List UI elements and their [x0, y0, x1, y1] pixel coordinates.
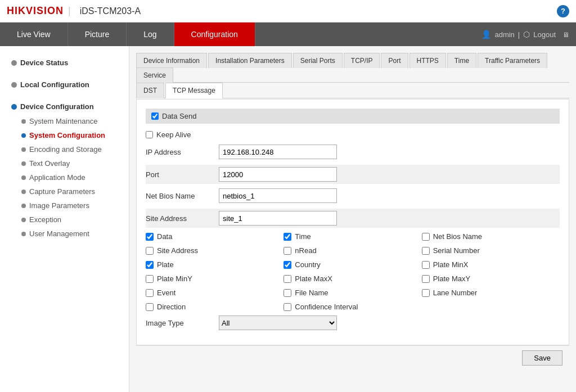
sidebar-label-local-config: Local Configuration [20, 80, 89, 89]
sidebar-label-device-config: Device Configuration [20, 102, 94, 111]
checkbox-country-label[interactable]: Country [295, 260, 321, 269]
checkbox-net-bios-name-label[interactable]: Net Bios Name [433, 232, 482, 241]
sidebar-item-user-management[interactable]: User Management [7, 227, 122, 241]
checkbox-plate-miny-input[interactable] [146, 275, 154, 283]
site-address-input[interactable] [219, 211, 337, 226]
label-text-overlay: Text Overlay [29, 159, 70, 168]
user-icon [482, 30, 491, 39]
sidebar-item-image-parameters[interactable]: Image Parameters [7, 199, 122, 213]
nav-log[interactable]: Log [127, 22, 174, 46]
nav-live-view[interactable]: Live View [0, 22, 68, 46]
checkbox-serial-number-label[interactable]: Serial Number [433, 246, 480, 255]
tab-tcp-message[interactable]: TCP Message [165, 83, 223, 98]
checkbox-confidence-interval-label[interactable]: Confidence Interval [295, 303, 358, 311]
net-bios-name-label: Net Bios Name [146, 192, 219, 200]
tab-traffic-parameters[interactable]: Traffic Parameters [478, 53, 547, 68]
sidebar-item-system-configuration[interactable]: System Configuration [7, 128, 122, 142]
checkbox-country-input[interactable] [284, 261, 291, 269]
checkbox-time-input[interactable] [284, 233, 291, 241]
checkbox-plate-maxx: Plate MaxX [284, 274, 421, 283]
tabs-row2: DST TCP Message [136, 83, 569, 98]
checkbox-event-input[interactable] [146, 289, 154, 297]
dot-system-configuration [21, 133, 26, 138]
save-button[interactable]: Save [522, 350, 562, 366]
checkbox-data-label[interactable]: Data [157, 232, 172, 241]
sidebar-item-capture-parameters[interactable]: Capture Parameters [7, 184, 122, 199]
tab-serial-ports[interactable]: Serial Ports [293, 53, 343, 68]
checkbox-plate-label[interactable]: Plate [157, 260, 174, 269]
sidebar-item-encoding-storage[interactable]: Encoding and Storage [7, 142, 122, 156]
tab-time[interactable]: Time [447, 53, 476, 68]
help-button[interactable]: ? [557, 5, 569, 17]
checkbox-nread-input[interactable] [284, 247, 291, 255]
image-type-select[interactable]: All Plate Image Scene Image [219, 316, 337, 330]
monitor-icon [562, 30, 569, 39]
checkbox-plate-miny-label[interactable]: Plate MinY [157, 274, 192, 283]
sidebar-section-device-status: Device Status [0, 51, 129, 73]
dot-capture-parameters [21, 190, 26, 194]
tab-service[interactable]: Service [136, 67, 173, 83]
checkbox-file-name-label[interactable]: File Name [295, 289, 328, 297]
port-row: Port [146, 165, 560, 184]
checkbox-plate-maxx-input[interactable] [284, 275, 291, 283]
checkbox-site-address: Site Address [146, 246, 284, 255]
data-send-checkbox[interactable] [151, 112, 159, 120]
checkbox-plate-maxy-label[interactable]: Plate MaxY [433, 274, 470, 283]
checkbox-plate-minx-input[interactable] [422, 261, 430, 269]
checkbox-direction-label[interactable]: Direction [157, 303, 186, 311]
keep-alive-checkbox[interactable] [146, 131, 153, 138]
nav-picture[interactable]: Picture [68, 22, 127, 46]
checkbox-plate-minx-label[interactable]: Plate MinX [433, 260, 469, 269]
tab-tcp-ip[interactable]: TCP/IP [344, 53, 380, 68]
checkbox-site-address-input[interactable] [146, 247, 154, 255]
checkbox-serial-number-input[interactable] [422, 247, 430, 255]
sidebar-item-device-configuration[interactable]: Device Configuration [7, 99, 122, 114]
checkbox-nread-label[interactable]: nRead [295, 246, 316, 255]
checkbox-confidence-interval-input[interactable] [284, 303, 291, 311]
sidebar-item-local-configuration[interactable]: Local Configuration [7, 77, 122, 92]
checkbox-data-input[interactable] [146, 233, 154, 241]
sidebar-item-device-status[interactable]: Device Status [7, 55, 122, 70]
checkbox-event-label[interactable]: Event [157, 289, 176, 297]
checkbox-plate-maxy-input[interactable] [422, 275, 430, 283]
checkbox-lane-number-input[interactable] [422, 289, 430, 297]
logo-area: HIKVISION | iDS-TCM203-A [7, 5, 141, 17]
checkbox-plate-input[interactable] [146, 261, 154, 269]
checkbox-lane-number: Lane Number [422, 289, 560, 297]
port-input[interactable] [219, 167, 337, 182]
net-bios-name-input[interactable] [219, 188, 337, 203]
ip-address-input[interactable] [219, 145, 337, 159]
site-address-row: Site Address [146, 209, 560, 228]
content-area: Device Information Installation Paramete… [129, 46, 576, 392]
checkbox-net-bios-name-input[interactable] [422, 233, 430, 241]
net-bios-name-row: Net Bios Name [146, 188, 560, 203]
sidebar-section-device-config: Device Configuration System Maintenance … [0, 94, 129, 243]
checkbox-site-address-label[interactable]: Site Address [157, 246, 198, 255]
checkbox-file-name-input[interactable] [284, 289, 291, 297]
checkbox-direction-input[interactable] [146, 303, 154, 311]
logout-button[interactable]: Logout [533, 30, 556, 39]
sidebar-item-application-mode[interactable]: Application Mode [7, 170, 122, 184]
nav-configuration[interactable]: Configuration [174, 22, 255, 46]
tab-port[interactable]: Port [381, 53, 408, 68]
sidebar-item-text-overlay[interactable]: Text Overlay [7, 156, 122, 170]
checkbox-plate-maxx-label[interactable]: Plate MaxX [295, 274, 332, 283]
label-capture-parameters: Capture Parameters [29, 187, 95, 196]
tab-device-information[interactable]: Device Information [136, 53, 207, 68]
checkbox-country: Country [284, 260, 421, 269]
checkbox-time-label[interactable]: Time [295, 232, 310, 241]
keep-alive-label[interactable]: Keep Alive [156, 130, 191, 139]
checkbox-lane-number-label[interactable]: Lane Number [433, 289, 478, 297]
data-send-header: Data Send [146, 109, 560, 124]
tabs-row1: Device Information Installation Paramete… [136, 53, 569, 83]
tab-installation-parameters[interactable]: Installation Parameters [208, 53, 292, 68]
tab-https[interactable]: HTTPS [410, 53, 446, 68]
data-send-label[interactable]: Data Send [162, 112, 196, 120]
keep-alive-row: Keep Alive [146, 130, 560, 139]
sidebar-item-system-maintenance[interactable]: System Maintenance [7, 114, 122, 128]
sidebar: Device Status Local Configuration Device… [0, 46, 129, 392]
tab-dst[interactable]: DST [136, 83, 164, 98]
dot-system-maintenance [21, 119, 26, 124]
sidebar-item-exception[interactable]: Exception [7, 213, 122, 227]
checkbox-nread: nRead [284, 246, 421, 255]
